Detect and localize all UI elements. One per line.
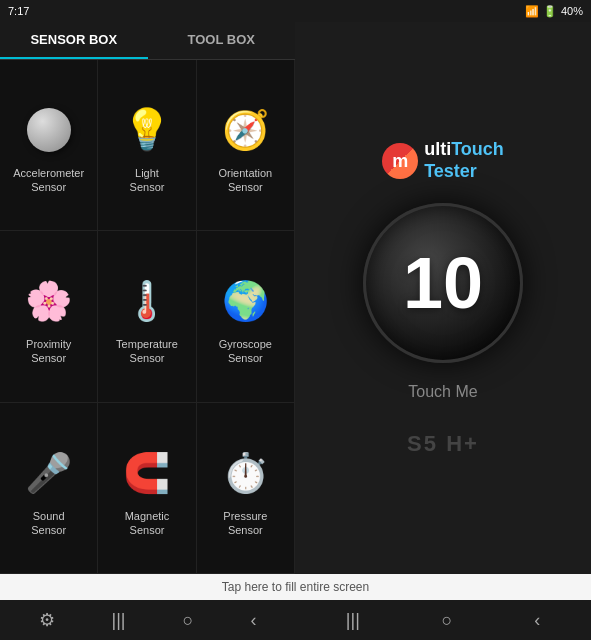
sensor-item-temperature[interactable]: 🌡️ TemperatureSensor	[98, 231, 196, 402]
light-label: LightSensor	[130, 166, 165, 195]
orientation-icon: 🧭	[217, 102, 273, 158]
sensor-item-light[interactable]: 💡 LightSensor	[98, 60, 196, 231]
nav-bar: ⚙ ||| ○ ‹ ||| ○ ‹	[0, 600, 591, 640]
left-panel: SENSOR BOX TOOL BOX AccelerometerSensor …	[0, 22, 295, 574]
orientation-label: OrientationSensor	[218, 166, 272, 195]
pressure-label: PressureSensor	[223, 509, 267, 538]
touch-me-label: Touch Me	[408, 383, 477, 401]
nav-left: ⚙ ||| ○ ‹	[0, 605, 295, 635]
status-right: 📶 🔋 40%	[525, 5, 583, 18]
light-icon: 💡	[119, 102, 175, 158]
nav-recent-right-button[interactable]: |||	[338, 606, 368, 635]
fill-screen-label: Tap here to fill entire screen	[222, 580, 369, 594]
nav-settings-button[interactable]: ⚙	[31, 605, 63, 635]
status-time: 7:17	[8, 5, 29, 17]
sensor-item-accelerometer[interactable]: AccelerometerSensor	[0, 60, 98, 231]
logo-icon: m	[382, 143, 418, 179]
touch-number: 10	[403, 242, 483, 324]
proximity-icon: 🌸	[21, 273, 77, 329]
status-left: 7:17	[8, 5, 29, 17]
sound-label: SoundSensor	[31, 509, 66, 538]
nav-back-right-button[interactable]: ‹	[526, 606, 548, 635]
sensor-item-gyroscope[interactable]: 🌍 GyroscopeSensor	[197, 231, 295, 402]
proximity-label: ProximitySensor	[26, 337, 71, 366]
sensor-item-orientation[interactable]: 🧭 OrientationSensor	[197, 60, 295, 231]
accelerometer-label: AccelerometerSensor	[13, 166, 84, 195]
pressure-icon: ⏱️	[217, 445, 273, 501]
sensor-item-magnetic[interactable]: 🧲 MagneticSensor	[98, 403, 196, 574]
app-logo: m ultiTouch Tester	[382, 139, 504, 182]
battery-icon: 🔋	[543, 5, 557, 18]
status-bar: 7:17 📶 🔋 40%	[0, 0, 591, 22]
touch-circle[interactable]: 10	[363, 203, 523, 363]
accelerometer-icon	[21, 102, 77, 158]
nav-recent-button[interactable]: |||	[104, 606, 134, 635]
sound-icon: 🎤	[21, 445, 77, 501]
main-content: SENSOR BOX TOOL BOX AccelerometerSensor …	[0, 22, 591, 574]
sensor-item-proximity[interactable]: 🌸 ProximitySensor	[0, 231, 98, 402]
brand-label: S5 H+	[407, 431, 479, 457]
bottom-bar[interactable]: Tap here to fill entire screen	[0, 574, 591, 600]
gyroscope-icon: 🌍	[217, 273, 273, 329]
tab-sensor-box[interactable]: SENSOR BOX	[0, 22, 148, 59]
tab-tool-box[interactable]: TOOL BOX	[148, 22, 296, 59]
sensor-item-sound[interactable]: 🎤 SoundSensor	[0, 403, 98, 574]
magnetic-label: MagneticSensor	[125, 509, 170, 538]
nav-right: ||| ○ ‹	[295, 606, 591, 635]
sensor-item-pressure[interactable]: ⏱️ PressureSensor	[197, 403, 295, 574]
app-name: ultiTouch Tester	[424, 139, 504, 182]
sensor-grid: AccelerometerSensor 💡 LightSensor 🧭 Orie…	[0, 60, 295, 574]
nav-home-button[interactable]: ○	[175, 606, 202, 635]
magnetic-icon: 🧲	[119, 445, 175, 501]
right-panel[interactable]: m ultiTouch Tester 10 Touch Me S5 H+	[295, 22, 591, 574]
nav-home-right-button[interactable]: ○	[434, 606, 461, 635]
signal-icon: 📶	[525, 5, 539, 18]
battery-percent: 40%	[561, 5, 583, 17]
gyroscope-label: GyroscopeSensor	[219, 337, 272, 366]
nav-back-button[interactable]: ‹	[242, 606, 264, 635]
temperature-icon: 🌡️	[119, 273, 175, 329]
temperature-label: TemperatureSensor	[116, 337, 178, 366]
tabs: SENSOR BOX TOOL BOX	[0, 22, 295, 60]
